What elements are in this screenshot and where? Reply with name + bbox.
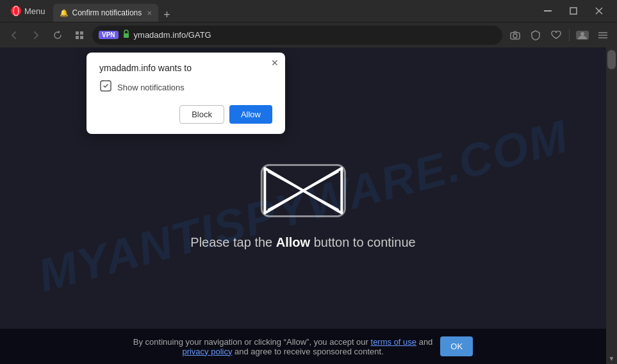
scrollbar[interactable]: ▲ ▼ <box>606 47 617 364</box>
svg-rect-9 <box>80 36 83 39</box>
svg-rect-2 <box>544 10 552 12</box>
ok-button[interactable]: OK <box>440 336 473 356</box>
svg-point-14 <box>580 32 584 36</box>
instruction-text: Please tap the <box>190 235 276 249</box>
svg-marker-19 <box>303 169 341 213</box>
tabs-area: 🔔 Confirm notifications ✕ + <box>53 0 532 22</box>
tab-confirm-notifications[interactable]: 🔔 Confirm notifications ✕ <box>53 4 159 22</box>
terms-link[interactable]: terms of use <box>371 337 417 347</box>
popup-actions: Block Allow <box>99 105 272 124</box>
minimize-button[interactable] <box>535 0 561 22</box>
popup-permission: Show notifications <box>99 79 272 95</box>
hamburger-icon <box>598 31 608 40</box>
popup-title: ymadadm.info wants to <box>99 63 272 73</box>
title-bar: Menu 🔔 Confirm notifications ✕ + <box>0 0 617 22</box>
avatar-icon <box>575 30 589 40</box>
svg-rect-6 <box>76 31 79 35</box>
notification-permission-icon <box>99 79 112 92</box>
back-button[interactable] <box>5 26 23 44</box>
grid-button[interactable] <box>70 26 88 44</box>
svg-point-12 <box>513 34 517 38</box>
camera-icon <box>510 31 520 40</box>
notification-popup: ✕ ymadadm.info wants to Show notificatio… <box>86 53 285 134</box>
minimize-icon <box>544 10 552 12</box>
tab-title: Confirm notifications <box>72 8 142 17</box>
divider <box>569 29 570 42</box>
avatar-button[interactable] <box>573 26 591 44</box>
block-button[interactable]: Block <box>179 105 224 124</box>
address-bar[interactable]: VPN ymadadm.info/GATG <box>92 26 502 45</box>
maximize-icon <box>570 7 577 15</box>
maximize-button[interactable] <box>561 0 586 22</box>
back-icon <box>10 31 19 40</box>
shield-icon <box>531 30 540 40</box>
bottom-text-middle: and <box>416 337 432 347</box>
window-controls <box>535 0 612 22</box>
lock-icon <box>122 29 130 40</box>
url-display: ymadadm.info/GATG <box>134 30 496 40</box>
svg-rect-3 <box>570 8 577 14</box>
popup-permission-label: Show notifications <box>117 83 185 92</box>
forward-icon <box>31 31 40 40</box>
bottom-bar-text: By continuing your navigation or clickin… <box>133 337 433 356</box>
close-icon <box>595 7 603 15</box>
tab-close-button[interactable]: ✕ <box>147 10 152 17</box>
menu-label: Menu <box>24 6 45 16</box>
grid-icon <box>75 31 84 40</box>
vpn-badge: VPN <box>99 31 119 39</box>
reload-icon <box>53 31 62 40</box>
tab-favicon: 🔔 <box>60 9 69 17</box>
popup-close-button[interactable]: ✕ <box>271 58 279 68</box>
bottom-bar: By continuing your navigation or clickin… <box>0 329 606 364</box>
site-logo <box>258 162 348 220</box>
heart-icon <box>551 31 561 40</box>
camera-button[interactable] <box>506 26 524 44</box>
navigation-bar: VPN ymadadm.info/GATG <box>0 22 617 47</box>
bottom-text-before: By continuing your navigation or clickin… <box>133 337 371 347</box>
svg-point-0 <box>11 6 21 16</box>
svg-marker-18 <box>265 169 303 213</box>
browser-window: Menu 🔔 Confirm notifications ✕ + <box>0 0 617 364</box>
new-tab-button[interactable]: + <box>160 8 174 22</box>
page-instruction: Please tap the Allow button to continue <box>190 235 415 250</box>
svg-rect-8 <box>76 36 79 39</box>
privacy-link[interactable]: privacy policy <box>182 347 232 356</box>
menu-button[interactable] <box>594 26 612 44</box>
opera-logo-icon <box>10 5 22 17</box>
close-button[interactable] <box>586 0 612 22</box>
popup-permission-icon <box>99 79 112 95</box>
instruction-bold: Allow <box>276 235 310 249</box>
lock-svg-icon <box>122 29 130 38</box>
instruction-suffix: button to continue <box>310 235 416 249</box>
opera-menu-button[interactable]: Menu <box>5 3 51 19</box>
shield-button[interactable] <box>527 26 545 44</box>
heart-button[interactable] <box>547 26 565 44</box>
allow-button[interactable]: Allow <box>229 105 272 124</box>
scrollbar-thumb[interactable] <box>607 50 616 69</box>
reload-button[interactable] <box>49 26 67 44</box>
bottom-text-after: and agree to receive sponsored content. <box>232 347 383 356</box>
page-content: MYANTISPYWARE.COM Please tap the Allow b… <box>0 47 606 364</box>
page-center: Please tap the Allow button to continue <box>190 162 415 250</box>
browser-viewport: MYANTISPYWARE.COM Please tap the Allow b… <box>0 47 617 364</box>
svg-rect-10 <box>124 33 129 38</box>
svg-rect-7 <box>80 31 83 35</box>
scrollbar-down-arrow[interactable]: ▼ <box>606 353 617 364</box>
forward-button[interactable] <box>27 26 45 44</box>
nav-actions <box>506 26 612 44</box>
